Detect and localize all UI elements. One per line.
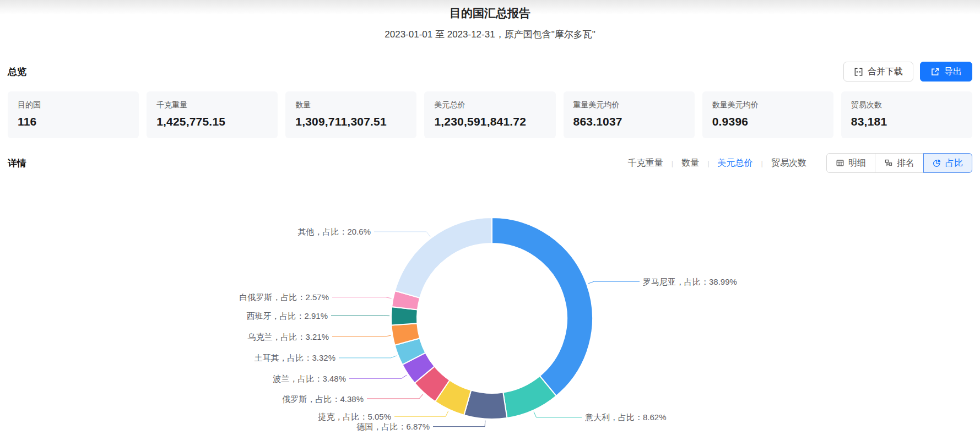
page-subtitle: 2023-01-01 至 2023-12-31，原产国包含"摩尔多瓦" [0,28,980,41]
view-button-proportion[interactable]: 占比 [923,153,972,173]
stat-label: 千克重量 [156,100,268,110]
tab-separator: | [672,159,673,167]
pie-label-5: 波兰，占比：3.48% [273,374,346,383]
view-button-ranking[interactable]: 排名 [875,153,924,173]
view-toggle-group: 明细 排名 占比 [826,153,972,173]
pie-label-line-3 [394,411,448,416]
header-actions: 合并下载 导出 [843,62,972,82]
detail-header-row: 详情 千克重量 | 数量 | 美元总价 | 贸易次数 明细 [0,153,980,173]
stat-value: 83,181 [851,115,962,128]
tab-usd-total[interactable]: 美元总价 [718,157,753,169]
tab-trade-count[interactable]: 贸易次数 [771,157,806,169]
overview-header-row: 总览 合并下载 导出 [0,62,980,82]
view-button-details[interactable]: 明细 [826,153,875,173]
stat-value: 1,230,591,841.72 [434,115,545,128]
overview-heading: 总览 [8,66,26,78]
pie-label-line-4 [367,394,423,399]
rank-icon [884,159,893,167]
pie-label-line-5 [349,375,407,378]
pie-label-9: 白俄罗斯，占比：2.57% [239,292,329,302]
stat-value: 863.1037 [573,115,685,128]
stat-value: 0.9396 [712,115,824,128]
table-icon [836,159,844,167]
stat-card-usd-per-weight: 重量美元均价 863.1037 [564,91,695,138]
merge-download-label: 合并下载 [868,66,903,78]
metric-tabs: 千克重量 | 数量 | 美元总价 | 贸易次数 [628,157,806,169]
stat-label: 美元总价 [434,100,545,110]
pie-label-line-9 [332,297,392,298]
stat-card-kg-weight: 千克重量 1,425,775.15 [147,91,278,138]
stat-card-quantity: 数量 1,309,711,307.51 [285,91,416,138]
tab-separator: | [707,159,709,167]
pie-slice-10[interactable] [395,218,492,298]
view-proportion-label: 占比 [945,157,963,169]
pie-chart-icon [933,159,941,167]
pie-label-3: 捷克，占比：5.05% [317,412,391,421]
stat-label: 贸易次数 [851,100,962,110]
view-details-label: 明细 [848,157,866,169]
view-ranking-label: 排名 [897,157,914,169]
stat-card-trade-count: 贸易次数 83,181 [841,91,972,138]
export-icon [930,67,940,77]
overview-cards: 目的国 116 千克重量 1,425,775.15 数量 1,309,711,3… [0,91,980,138]
pie-label-line-1 [534,412,582,417]
pie-label-2: 德国，占比：6.87% [356,422,430,431]
pie-label-line-0 [588,281,640,284]
pie-label-6: 土耳其，占比：3.32% [254,353,335,362]
pie-label-1: 意大利，占比：8.62% [584,412,667,422]
pie-label-line-6 [339,356,397,358]
pie-label-line-10 [374,232,430,237]
stat-card-usd-per-quantity: 数量美元均价 0.9396 [702,91,833,138]
tab-quantity[interactable]: 数量 [681,157,699,169]
stat-value: 116 [18,115,129,128]
stat-value: 1,425,775.15 [156,115,268,128]
pie-slice-0[interactable] [492,218,593,396]
stat-card-destination-countries: 目的国 116 [8,91,139,138]
export-label: 导出 [944,66,962,78]
stat-card-usd-total: 美元总价 1,230,591,841.72 [424,91,555,138]
pie-label-0: 罗马尼亚，占比：38.99% [643,277,737,286]
pie-label-4: 俄罗斯，占比：4.38% [281,394,364,404]
report-header: 目的国汇总报告 2023-01-01 至 2023-12-31，原产国包含"摩尔… [0,0,980,41]
detail-controls: 千克重量 | 数量 | 美元总价 | 贸易次数 明细 [628,153,972,173]
tab-kg-weight[interactable]: 千克重量 [628,157,663,169]
pie-label-line-7 [332,335,391,336]
detail-heading: 详情 [8,157,26,170]
page-title: 目的国汇总报告 [0,6,980,21]
stat-value: 1,309,711,307.51 [295,115,407,128]
stat-label: 目的国 [18,100,129,110]
stat-label: 数量美元均价 [712,100,824,110]
stat-label: 重量美元均价 [573,100,685,110]
pie-label-8: 西班牙，占比：2.91% [246,311,328,321]
merge-download-button[interactable]: 合并下载 [843,62,913,82]
pie-label-10: 其他，占比：20.6% [297,227,371,236]
export-button[interactable]: 导出 [920,62,972,82]
merge-cells-icon [854,67,863,77]
pie-label-7: 乌克兰，占比：3.21% [247,332,329,341]
pie-label-line-2 [433,421,485,427]
stat-label: 数量 [295,100,407,110]
tab-separator: | [761,159,763,167]
